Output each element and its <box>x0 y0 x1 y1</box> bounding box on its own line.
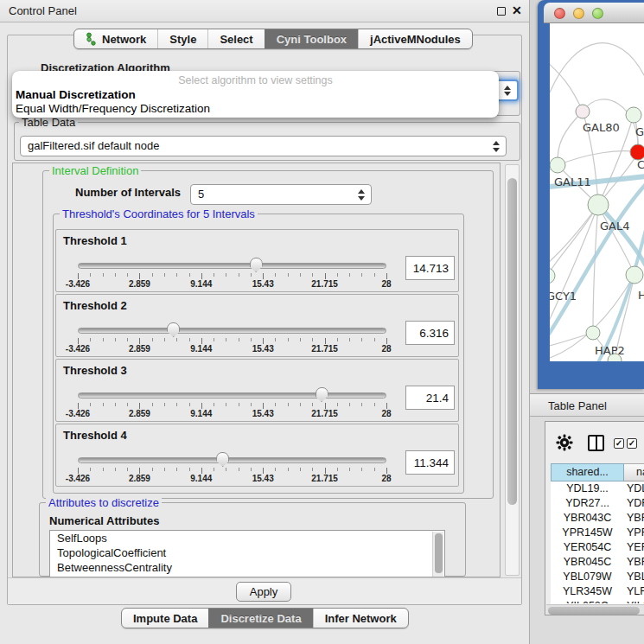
slider-thumb[interactable] <box>167 322 180 337</box>
minimize-traffic-light-icon[interactable] <box>573 8 584 19</box>
table-panel-box: ✓ ✓ shared... na YDL19...YDL1YDR27...YDR… <box>545 421 644 615</box>
tab-cyni-toolbox[interactable]: Cyni Toolbox <box>265 29 358 48</box>
node-label-h: H <box>638 289 644 302</box>
slider-tick-label: 15.43 <box>252 279 274 289</box>
cell-name[interactable]: YER0 <box>624 540 644 555</box>
node-gcy1[interactable] <box>550 268 555 284</box>
node-gal11[interactable] <box>550 157 565 173</box>
number-of-intervals-combobox[interactable]: 5 <box>190 184 372 205</box>
network-edge[interactable] <box>550 205 598 335</box>
algorithm-option-manual[interactable]: Manual Discretization <box>16 88 136 101</box>
tab-network[interactable]: Network <box>74 29 157 48</box>
slider-track[interactable] <box>78 457 386 463</box>
float-window-icon[interactable] <box>497 7 506 16</box>
close-traffic-light-icon[interactable] <box>554 8 565 19</box>
combobox-arrows-icon[interactable] <box>357 185 365 204</box>
table-row[interactable]: YLR345WYLR3 <box>551 584 644 599</box>
network-canvas[interactable]: GAL80GACGAL11GAL4GCY1HHAP2 <box>550 23 644 361</box>
table-row[interactable]: YBR045CYBR0 <box>551 555 644 570</box>
zoom-traffic-light-icon[interactable] <box>592 8 603 19</box>
cell-shared-name[interactable]: YDL19... <box>551 481 624 496</box>
column-header-name[interactable]: na <box>624 463 644 481</box>
list-item[interactable]: BetweennessCentrality <box>50 560 444 575</box>
table-row[interactable]: YDL19...YDL1 <box>551 481 644 496</box>
table-scrollbar-thumb[interactable] <box>548 607 640 615</box>
slider-track[interactable] <box>78 392 386 399</box>
checkbox-icon[interactable]: ✓ <box>614 438 624 449</box>
cell-name[interactable]: YDR2 <box>624 496 644 511</box>
table-data-combobox[interactable]: galFiltered.sif default node <box>20 136 507 156</box>
panel-scrollbar[interactable] <box>505 164 520 576</box>
cell-shared-name[interactable]: YBR043C <box>551 511 624 526</box>
threshold-value-input[interactable] <box>405 386 455 410</box>
table-row[interactable]: YPR145WYPR1 <box>551 526 644 540</box>
network-edge[interactable] <box>558 151 638 165</box>
combobox-arrows-icon[interactable] <box>492 137 500 156</box>
node-hap2[interactable] <box>586 326 600 340</box>
control-panel-title: Control Panel <box>9 4 77 17</box>
node-right-h[interactable] <box>626 266 643 284</box>
slider-track[interactable] <box>78 263 386 269</box>
numerical-attributes-list[interactable]: SelfLoopsTopologicalCoefficientBetweenne… <box>49 530 445 577</box>
cell-name[interactable]: YBR0 <box>624 555 644 570</box>
tab-infer-network[interactable]: Infer Network <box>313 609 408 628</box>
network-edge[interactable] <box>593 205 598 333</box>
apply-button[interactable]: Apply <box>236 582 291 602</box>
cell-name[interactable]: YBR0 <box>624 511 644 526</box>
node-label-c: C <box>637 158 644 171</box>
table-row[interactable]: YER054CYER0 <box>551 540 644 555</box>
tab-select[interactable]: Select <box>207 29 264 48</box>
cell-shared-name[interactable]: YER054C <box>551 540 624 555</box>
cell-shared-name[interactable]: YBL079W <box>551 570 624 584</box>
checkbox-icon[interactable]: ✓ <box>627 438 637 449</box>
tab-style[interactable]: Style <box>157 29 207 48</box>
slider-thumb[interactable] <box>216 452 229 467</box>
table-row[interactable]: YDR27...YDR2 <box>551 496 644 511</box>
tab-impute-data[interactable]: Impute Data <box>122 609 208 628</box>
cell-name[interactable]: YIL0 <box>624 599 644 603</box>
table-row[interactable]: YBL079WYBL0 <box>551 570 644 584</box>
cell-shared-name[interactable]: YBR045C <box>551 555 624 570</box>
list-scrollbar-thumb[interactable] <box>435 533 443 573</box>
table-horizontal-scrollbar[interactable] <box>546 604 644 615</box>
threshold-value-input[interactable] <box>405 450 455 475</box>
table-row[interactable]: YIL052CYIL0 <box>551 599 644 603</box>
panel-scrollbar-thumb[interactable] <box>507 178 517 505</box>
slider-thumb[interactable] <box>316 387 328 402</box>
cell-shared-name[interactable]: YLR345W <box>551 584 624 599</box>
table-row[interactable]: YBR043CYBR0 <box>551 511 644 526</box>
cell-shared-name[interactable]: YIL052C <box>551 599 624 603</box>
tab-jactivemnodules[interactable]: jActiveMNodules <box>358 29 472 48</box>
node-gal4[interactable] <box>588 194 609 215</box>
cell-name[interactable]: YBL0 <box>624 570 644 584</box>
tab-discretize-data[interactable]: Discretize Data <box>208 609 312 628</box>
network-edge[interactable] <box>550 60 583 112</box>
slider-track[interactable] <box>78 328 386 334</box>
cell-name[interactable]: YLR3 <box>624 584 644 599</box>
network-graph[interactable]: GAL80GACGAL11GAL4GCY1HHAP2 <box>550 23 644 361</box>
combobox-arrows-icon[interactable] <box>503 81 511 99</box>
list-item[interactable]: TopologicalCoefficient <box>50 545 444 560</box>
split-columns-icon[interactable] <box>588 435 604 451</box>
gear-icon[interactable] <box>556 434 573 451</box>
column-header-shared-name[interactable]: shared... <box>551 463 624 481</box>
network-edge[interactable] <box>558 112 583 165</box>
node-gal80[interactable] <box>576 105 590 118</box>
threshold-value-input[interactable] <box>405 321 455 345</box>
cell-name[interactable]: YPR1 <box>624 526 644 540</box>
list-scrollbar[interactable] <box>432 532 443 577</box>
slider-thumb[interactable] <box>250 258 263 272</box>
network-edge[interactable] <box>550 43 644 92</box>
cell-shared-name[interactable]: YPR145W <box>551 526 624 540</box>
threshold-row: Threshold 3-3.4262.8599.14415.4321.71528 <box>55 359 459 422</box>
table-rows: YDL19...YDL1YDR27...YDR2YBR043CYBR0YPR14… <box>551 481 644 603</box>
cell-name[interactable]: YDL1 <box>624 481 644 496</box>
close-icon[interactable]: ✕ <box>512 3 522 17</box>
threshold-value-input[interactable] <box>405 256 455 280</box>
list-item[interactable]: SelfLoops <box>50 531 444 545</box>
threshold-label: Threshold 1 <box>63 234 127 247</box>
node-top-right[interactable] <box>626 107 641 123</box>
algorithm-option-equal-width[interactable]: Equal Width/Frequency Discretization <box>16 102 210 115</box>
slider-tick-label: 15.43 <box>252 409 274 418</box>
cell-shared-name[interactable]: YDR27... <box>551 496 624 511</box>
